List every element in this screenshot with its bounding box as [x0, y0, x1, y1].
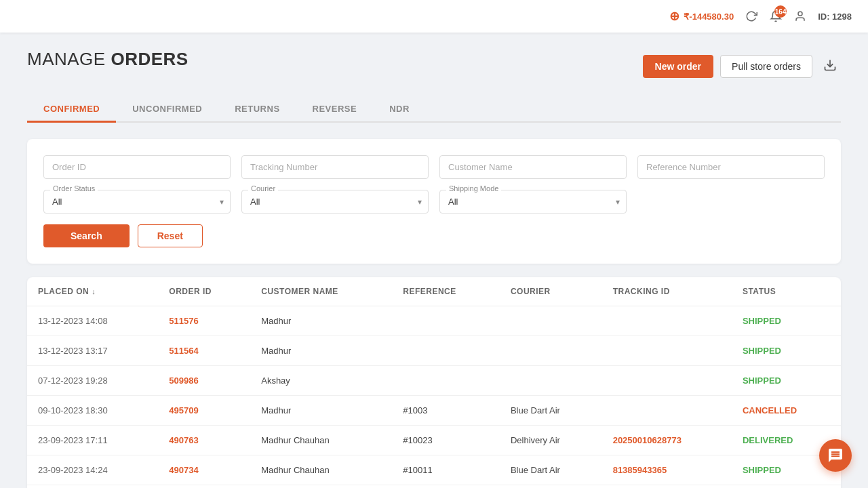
cell-reference: Suganya2 — [392, 485, 500, 489]
table-row: 23-09-2023 14:24 490734 Madhur Chauhan #… — [27, 455, 841, 485]
filter-actions: Search Reset — [43, 224, 825, 247]
cell-tracking-id[interactable]: 20250010628773 — [602, 426, 732, 455]
cell-tracking-id[interactable]: 81385943365 — [602, 455, 732, 485]
tabs: CONFIRMED UNCONFIRMED RETURNS REVERSE ND… — [27, 97, 841, 123]
cell-order-id[interactable]: 511564 — [158, 336, 250, 366]
orders-table: PLACED ON ↓ ORDER ID CUSTOMER NAME REFER… — [27, 277, 841, 488]
cell-tracking-id — [602, 306, 732, 336]
customer-name-input[interactable] — [439, 155, 627, 179]
filter-row-2: Order Status All ▾ Courier All ▾ Shippin… — [43, 190, 825, 214]
table-row: 13-12-2023 14:08 511576 Madhur SHIPPED — [27, 306, 841, 336]
notification-badge: 164 — [774, 5, 787, 18]
order-id-input[interactable] — [43, 155, 231, 179]
cell-courier — [500, 366, 602, 396]
table-row: 04-09-2023 14:39 484757 Suganya Suganya2… — [27, 485, 841, 489]
page-title: MANAGE ORDERS — [27, 49, 189, 70]
filter-spacer — [637, 190, 825, 214]
balance-icon: ⊕ — [669, 9, 679, 24]
cell-tracking-id — [602, 396, 732, 426]
cell-customer-name: Madhur Chauhan — [250, 455, 392, 485]
cell-order-id[interactable]: 490734 — [158, 455, 250, 485]
tab-unconfirmed[interactable]: UNCONFIRMED — [116, 97, 218, 123]
courier-wrap: Courier All ▾ — [241, 190, 429, 214]
tab-ndr[interactable]: NDR — [373, 97, 426, 123]
cell-order-id[interactable]: 495709 — [158, 396, 250, 426]
svg-point-0 — [798, 12, 802, 16]
cell-courier: Blue Dart Air — [500, 455, 602, 485]
search-button[interactable]: Search — [43, 224, 130, 247]
cell-order-id[interactable]: 490763 — [158, 426, 250, 455]
table-row: 09-10-2023 18:30 495709 Madhur #1003 Blu… — [27, 396, 841, 426]
cell-courier — [500, 336, 602, 366]
cell-courier — [500, 485, 602, 489]
balance-display: ⊕ ₹-144580.30 — [669, 9, 734, 24]
col-status: STATUS — [732, 277, 841, 306]
shipping-mode-wrap: Shipping Mode All ▾ — [439, 190, 627, 214]
filter-card: Order Status All ▾ Courier All ▾ Shippin… — [27, 139, 841, 264]
cell-reference — [392, 306, 500, 336]
cell-courier — [500, 306, 602, 336]
cell-placed-on: 07-12-2023 19:28 — [27, 366, 158, 396]
pull-store-button[interactable]: Pull store orders — [720, 55, 812, 78]
sort-icon: ↓ — [92, 287, 96, 296]
balance-value: ₹-144580.30 — [684, 12, 734, 22]
chat-button[interactable] — [819, 439, 852, 472]
tab-reverse[interactable]: REVERSE — [296, 97, 374, 123]
cell-status: SHIPPED — [732, 485, 841, 489]
cell-tracking-id — [602, 366, 732, 396]
order-status-select[interactable]: All — [43, 190, 231, 214]
cell-courier: Delhivery Air — [500, 426, 602, 455]
col-tracking-id: TRACKING ID — [602, 277, 732, 306]
col-order-id: ORDER ID — [158, 277, 250, 306]
reference-number-input[interactable] — [637, 155, 825, 179]
tab-confirmed[interactable]: CONFIRMED — [27, 97, 116, 123]
cell-order-id[interactable]: 511576 — [158, 306, 250, 336]
cell-customer-name: Madhur — [250, 336, 392, 366]
user-icon[interactable] — [793, 9, 807, 23]
col-placed-on[interactable]: PLACED ON ↓ — [27, 277, 158, 306]
orders-table-wrap: PLACED ON ↓ ORDER ID CUSTOMER NAME REFER… — [27, 277, 841, 488]
cell-reference: #10023 — [392, 426, 500, 455]
cell-placed-on: 04-09-2023 14:39 — [27, 485, 158, 489]
col-customer-name: CUSTOMER NAME — [250, 277, 392, 306]
table-row: 23-09-2023 17:11 490763 Madhur Chauhan #… — [27, 426, 841, 455]
table-body: 13-12-2023 14:08 511576 Madhur SHIPPED 1… — [27, 306, 841, 489]
filter-row-1 — [43, 155, 825, 179]
courier-select[interactable]: All — [241, 190, 429, 214]
cell-customer-name: Madhur — [250, 306, 392, 336]
cell-placed-on: 13-12-2023 13:17 — [27, 336, 158, 366]
table-row: 07-12-2023 19:28 509986 Akshay SHIPPED — [27, 366, 841, 396]
refresh-icon[interactable] — [745, 9, 758, 23]
cell-placed-on: 09-10-2023 18:30 — [27, 396, 158, 426]
tab-returns[interactable]: RETURNS — [218, 97, 296, 123]
table-row: 13-12-2023 13:17 511564 Madhur SHIPPED — [27, 336, 841, 366]
shipping-mode-select[interactable]: All — [439, 190, 627, 214]
cell-placed-on: 13-12-2023 14:08 — [27, 306, 158, 336]
cell-reference — [392, 366, 500, 396]
shipping-mode-label: Shipping Mode — [446, 184, 501, 192]
reset-button[interactable]: Reset — [138, 224, 203, 247]
topbar: ⊕ ₹-144580.30 164 ID: 1298 — [0, 0, 868, 33]
order-status-wrap: Order Status All ▾ — [43, 190, 231, 214]
cell-order-id[interactable]: 509986 — [158, 366, 250, 396]
user-id: ID: 1298 — [818, 12, 852, 22]
courier-label: Courier — [248, 184, 278, 192]
cell-courier: Blue Dart Air — [500, 396, 602, 426]
col-courier: COURIER — [500, 277, 602, 306]
cell-customer-name: Suganya — [250, 485, 392, 489]
notification-icon[interactable]: 164 — [769, 9, 783, 23]
page-header: MANAGE ORDERS New order Pull store order… — [27, 49, 841, 83]
tracking-number-input[interactable] — [241, 155, 429, 179]
cell-reference — [392, 336, 500, 366]
cell-reference: #1003 — [392, 396, 500, 426]
cell-status: CANCELLED — [732, 396, 841, 426]
cell-tracking-id — [602, 485, 732, 489]
cell-status: SHIPPED — [732, 306, 841, 336]
download-button[interactable] — [819, 54, 841, 78]
cell-placed-on: 23-09-2023 17:11 — [27, 426, 158, 455]
cell-order-id[interactable]: 484757 — [158, 485, 250, 489]
cell-tracking-id — [602, 336, 732, 366]
cell-customer-name: Madhur — [250, 396, 392, 426]
new-order-button[interactable]: New order — [643, 55, 713, 78]
col-reference: REFERENCE — [392, 277, 500, 306]
